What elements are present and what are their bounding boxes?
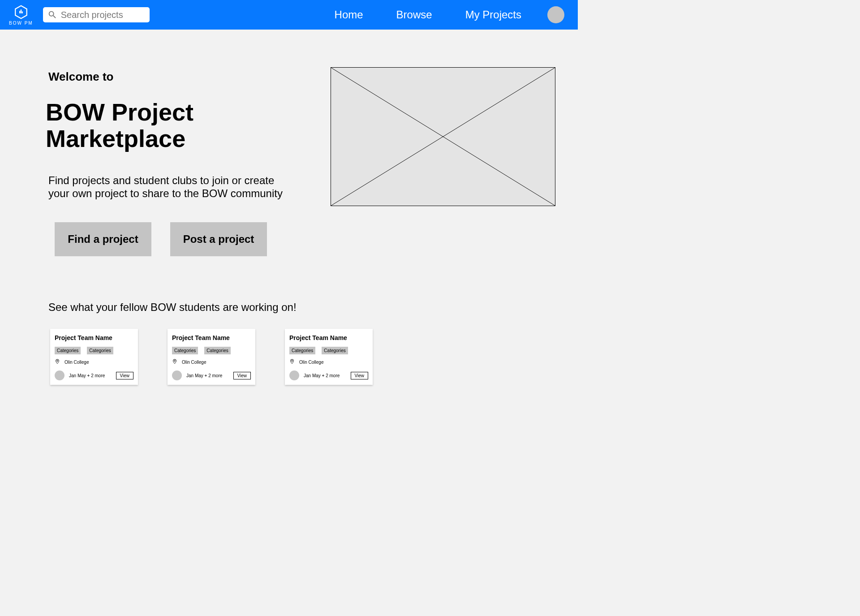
card-location-text: Olin College: [64, 360, 89, 365]
project-cards: Project Team Name Categories Categories …: [0, 329, 578, 385]
category-tag[interactable]: Categories: [55, 347, 81, 354]
location-icon: [172, 359, 177, 365]
section-heading: See what your fellow BOW students are wo…: [48, 301, 578, 314]
svg-point-3: [174, 361, 176, 362]
search-icon: [47, 10, 57, 20]
hero-section: Welcome to BOW Project Marketplace Find …: [0, 30, 578, 256]
card-members: Jan May + 2 more: [304, 373, 346, 378]
card-members: Jan May + 2 more: [69, 373, 112, 378]
header: BOW PM Home Browse My Projects: [0, 0, 578, 30]
search-input[interactable]: [61, 10, 174, 20]
project-card: Project Team Name Categories Categories …: [285, 329, 373, 385]
view-button[interactable]: View: [116, 372, 134, 379]
card-title: Project Team Name: [289, 334, 368, 341]
category-tag[interactable]: Categories: [322, 347, 348, 354]
svg-point-4: [292, 361, 293, 362]
project-card: Project Team Name Categories Categories …: [50, 329, 138, 385]
logo[interactable]: BOW PM: [9, 4, 33, 26]
category-tag[interactable]: Categories: [289, 347, 315, 354]
member-avatar: [55, 370, 64, 380]
find-project-button[interactable]: Find a project: [55, 222, 151, 256]
hero-description: Find projects and student clubs to join …: [48, 174, 290, 200]
category-tag[interactable]: Categories: [172, 347, 198, 354]
hero-welcome: Welcome to: [48, 70, 299, 84]
nav-my-projects[interactable]: My Projects: [465, 9, 521, 21]
card-footer: Jan May + 2 more View: [289, 370, 368, 380]
logo-icon: [13, 4, 29, 20]
nav-home[interactable]: Home: [335, 9, 363, 21]
view-button[interactable]: View: [351, 372, 369, 379]
logo-text: BOW PM: [9, 21, 33, 26]
card-tags: Categories Categories: [289, 347, 368, 354]
avatar[interactable]: [547, 6, 564, 23]
card-title: Project Team Name: [172, 334, 251, 341]
category-tag[interactable]: Categories: [87, 347, 113, 354]
card-members: Jan May + 2 more: [186, 373, 229, 378]
card-location: Olin College: [172, 359, 251, 365]
hero-text: Welcome to BOW Project Marketplace Find …: [48, 70, 299, 256]
post-project-button[interactable]: Post a project: [170, 222, 267, 256]
card-footer: Jan May + 2 more View: [55, 370, 133, 380]
hero-image-placeholder: [331, 67, 555, 206]
card-tags: Categories Categories: [55, 347, 133, 354]
svg-point-2: [57, 361, 58, 362]
card-tags: Categories Categories: [172, 347, 251, 354]
card-location-text: Olin College: [182, 360, 206, 365]
card-location: Olin College: [55, 359, 133, 365]
location-icon: [55, 359, 60, 365]
card-location: Olin College: [289, 359, 368, 365]
project-card: Project Team Name Categories Categories …: [168, 329, 255, 385]
member-avatar: [289, 370, 299, 380]
hero-buttons: Find a project Post a project: [55, 222, 299, 256]
nav-browse[interactable]: Browse: [396, 9, 432, 21]
card-footer: Jan May + 2 more View: [172, 370, 251, 380]
card-title: Project Team Name: [55, 334, 133, 341]
category-tag[interactable]: Categories: [204, 347, 230, 354]
member-avatar: [172, 370, 182, 380]
search-box[interactable]: [43, 7, 150, 22]
card-location-text: Olin College: [299, 360, 323, 365]
view-button[interactable]: View: [233, 372, 251, 379]
page-title: BOW Project Marketplace: [46, 99, 299, 152]
location-icon: [289, 359, 295, 365]
